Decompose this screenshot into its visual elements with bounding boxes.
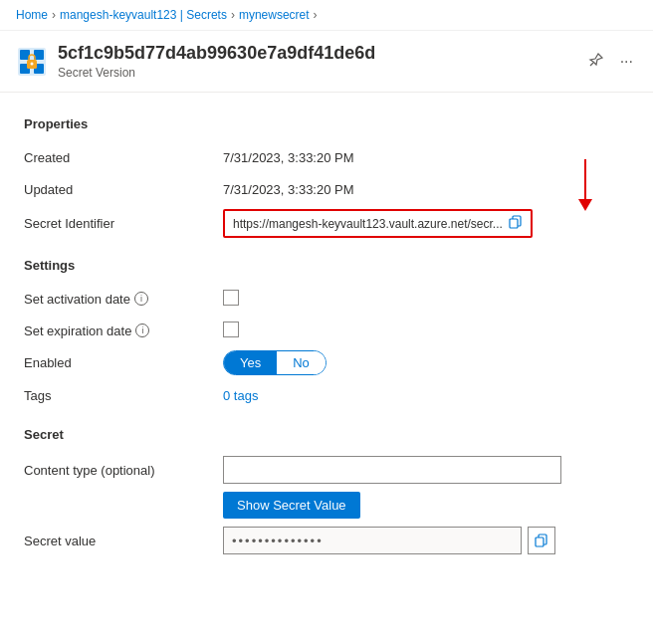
properties-heading: Properties xyxy=(24,116,629,131)
created-value: 7/31/2023, 3:33:20 PM xyxy=(223,150,629,165)
key-vault-icon xyxy=(16,46,48,78)
created-label: Created xyxy=(24,150,223,165)
enabled-row: Enabled Yes No xyxy=(24,346,629,379)
show-secret-button[interactable]: Show Secret Value xyxy=(223,492,360,519)
breadcrumb-secret[interactable]: mynewsecret xyxy=(239,8,310,22)
enabled-label: Enabled xyxy=(24,355,223,370)
copy-identifier-button[interactable] xyxy=(509,215,523,232)
svg-point-6 xyxy=(31,62,34,65)
content-type-value xyxy=(223,456,629,484)
updated-row: Updated 7/31/2023, 3:33:20 PM xyxy=(24,173,629,205)
breadcrumb-keyvault[interactable]: mangesh-keyvault123 | Secrets xyxy=(60,8,227,22)
identifier-row: Secret Identifier https://mangesh-keyvau… xyxy=(24,205,629,242)
toggle-yes-button[interactable]: Yes xyxy=(224,351,277,374)
content-type-input[interactable] xyxy=(223,456,561,484)
updated-value: 7/31/2023, 3:33:20 PM xyxy=(223,182,629,197)
breadcrumb-home[interactable]: Home xyxy=(16,8,48,22)
activation-label: Set activation date i xyxy=(24,292,223,307)
header-text: 5cf1c9b5d77d4ab99630e7a9df41de6d Secret … xyxy=(58,43,574,80)
page-title: 5cf1c9b5d77d4ab99630e7a9df41de6d xyxy=(58,43,574,64)
more-options-button[interactable]: ··· xyxy=(616,49,637,75)
identifier-label: Secret Identifier xyxy=(24,216,223,231)
pin-button[interactable] xyxy=(584,48,608,76)
enabled-toggle: Yes No xyxy=(223,350,326,375)
content-type-row: Content type (optional) xyxy=(24,452,629,488)
tags-value: 0 tags xyxy=(223,388,629,403)
created-row: Created 7/31/2023, 3:33:20 PM xyxy=(24,141,629,173)
expiration-label: Set expiration date i xyxy=(24,323,223,338)
header-divider xyxy=(0,92,653,93)
secret-value-row: Secret value xyxy=(24,523,629,558)
expiration-info-icon[interactable]: i xyxy=(135,323,149,337)
identifier-box: https://mangesh-keyvault123.vault.azure.… xyxy=(223,209,533,238)
svg-line-7 xyxy=(590,63,593,66)
secret-value-input[interactable] xyxy=(223,527,522,554)
show-secret-row: Show Secret Value xyxy=(24,488,629,523)
tags-row: Tags 0 tags xyxy=(24,379,629,411)
secret-value-label: Secret value xyxy=(24,534,223,548)
secret-heading: Secret xyxy=(24,427,629,442)
secret-value xyxy=(223,527,629,554)
copy-secret-button[interactable] xyxy=(528,527,555,554)
activation-row: Set activation date i xyxy=(24,283,629,315)
settings-heading: Settings xyxy=(24,258,629,273)
activation-checkbox[interactable] xyxy=(223,290,239,306)
activation-value xyxy=(223,290,629,309)
page-subtitle: Secret Version xyxy=(58,66,574,80)
expiration-value xyxy=(223,322,629,340)
identifier-value: https://mangesh-keyvault123.vault.azure.… xyxy=(223,209,629,238)
header-actions: ··· xyxy=(584,48,637,76)
page-header: 5cf1c9b5d77d4ab99630e7a9df41de6d Secret … xyxy=(0,31,653,84)
svg-rect-9 xyxy=(536,537,544,546)
highlight-arrow xyxy=(578,159,592,211)
svg-rect-8 xyxy=(510,219,518,228)
enabled-value: Yes No xyxy=(223,350,629,375)
updated-label: Updated xyxy=(24,182,223,197)
tags-link[interactable]: 0 tags xyxy=(223,388,258,403)
toggle-no-button[interactable]: No xyxy=(277,351,326,374)
content-area: Properties Created 7/31/2023, 3:33:20 PM… xyxy=(0,101,653,574)
tags-label: Tags xyxy=(24,388,223,403)
identifier-text: https://mangesh-keyvault123.vault.azure.… xyxy=(233,217,503,231)
expiration-checkbox[interactable] xyxy=(223,322,239,337)
content-type-label: Content type (optional) xyxy=(24,463,223,478)
activation-info-icon[interactable]: i xyxy=(134,292,148,306)
expiration-row: Set expiration date i xyxy=(24,315,629,346)
breadcrumb: Home › mangesh-keyvault123 | Secrets › m… xyxy=(0,0,653,31)
